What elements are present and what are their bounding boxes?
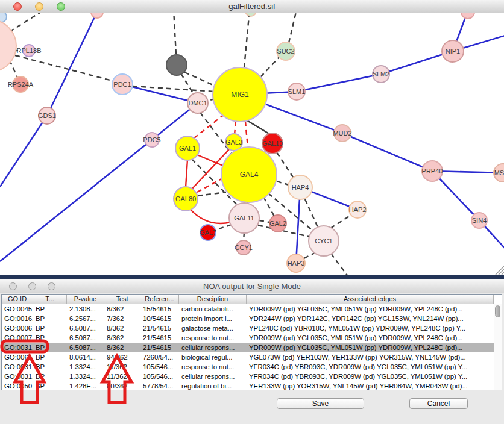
node-label-MSL1: MSL1	[494, 169, 504, 176]
cancel-button[interactable]: Cancel	[409, 398, 468, 409]
column-header-associated_edges[interactable]: Associated edges	[247, 295, 494, 304]
cell-associated_edges: YDR009W (pd) YGL035C, YML051W (pp) YDR00…	[247, 343, 494, 352]
column-header-go_id[interactable]: GO ID	[2, 295, 33, 304]
network-window: galFiltered.sif RPL18BRPS24AGDS1PDC1MIG1…	[0, 0, 504, 276]
edge-GAL4-GAL2[interactable]	[263, 197, 274, 216]
cell-namespace: BP	[33, 372, 67, 381]
network-canvas[interactable]: RPL18BRPS24AGDS1PDC1MIG1DMC1SUC2SLM1SLM2…	[0, 13, 504, 276]
edge-GAL80-GAL4[interactable]	[197, 178, 222, 192]
column-header-reference[interactable]: Referen...	[140, 295, 179, 304]
table-row-4[interactable]: GO:0007...BP6.5087...8/36221/54615respon…	[2, 333, 494, 343]
cell-description: protein import i...	[179, 314, 247, 323]
edge-MIG1-GAL10[interactable]	[246, 120, 270, 134]
table-row-7[interactable]: GO:0031...BP1.3324...11/362105/546...res…	[2, 362, 494, 372]
table-row-3[interactable]: GO:0006...BP6.5087...8/36221/54615galact…	[2, 323, 494, 333]
scrollbar-thumb[interactable]	[495, 305, 500, 317]
cell-test: 8/362	[104, 343, 140, 352]
edge-GAL80-GAL11[interactable]	[190, 209, 231, 223]
cell-reference: 10/54615	[140, 314, 179, 323]
node-top-pink-right[interactable]	[461, 13, 474, 19]
cell-test: 94/362	[104, 352, 140, 362]
edge-CYC1-bottom[interactable]	[331, 254, 349, 276]
edge-PDC1-MIG1[interactable]	[133, 86, 215, 92]
node-gray-node[interactable]	[166, 55, 187, 75]
node-top-pink-left[interactable]	[91, 13, 103, 18]
save-button[interactable]: Save	[277, 398, 364, 409]
cell-p_value: 1.428E...	[67, 381, 104, 390]
edge-SUC2-top[interactable]	[289, 13, 297, 43]
node-top-green[interactable]	[245, 13, 256, 16]
edge-GAL80-GAL4[interactable]	[198, 192, 226, 196]
cell-p_value: 8.0614...	[67, 352, 104, 362]
network-titlebar: galFiltered.sif	[0, 0, 504, 13]
cell-test: 8/362	[104, 304, 140, 314]
table-row-5-selected[interactable]: GO:0031...BP6.5087...8/36221/54615cellul…	[2, 343, 494, 352]
edge-pink-RPS24A[interactable]	[10, 60, 17, 78]
cell-p_value: 1.3324...	[67, 372, 104, 381]
node-label-GAL7: GAL7	[200, 229, 216, 236]
cell-p_value: 6.5087...	[67, 333, 104, 343]
edge-CYC1-HAP3[interactable]	[304, 252, 316, 258]
cell-description: regulation of bi...	[179, 381, 247, 390]
table-row-2[interactable]: GO:0016...BP6.2567...7/36210/54615protei…	[2, 314, 494, 323]
column-header-namespace[interactable]: T...	[33, 295, 67, 304]
table-row-6[interactable]: GO:0065...BP8.0614...94/3627260/54...bio…	[2, 352, 494, 362]
cell-reference: 21/54615	[140, 343, 179, 352]
cell-namespace: BP	[33, 314, 67, 323]
cell-description: cellular respons...	[179, 343, 247, 352]
edge-GAL1-GAL4[interactable]	[197, 155, 224, 166]
edge-GAL11-GAL2[interactable]	[259, 220, 269, 222]
edge-gray-top[interactable]	[174, 13, 176, 54]
edge-HAP4-CYC1[interactable]	[305, 199, 318, 227]
table-row-1[interactable]: GO:0045...BP2.1308...8/36215/54615carbon…	[2, 304, 494, 314]
column-header-description[interactable]: Desciption	[179, 295, 247, 304]
node-label-GAL2: GAL2	[269, 220, 286, 227]
node-label-PRP40: PRP40	[422, 167, 443, 175]
node-label-GCY1: GCY1	[235, 244, 253, 251]
edge-GAL11-GCY1[interactable]	[244, 232, 244, 241]
node-label-GAL11: GAL11	[234, 214, 254, 222]
edge-MIG1-top[interactable]	[244, 13, 250, 67]
cell-associated_edges: YFR034C (pd) YBR093C, YDR009W (pd) YGL03…	[247, 362, 494, 372]
edge-GAL1-GAL80[interactable]	[186, 160, 187, 187]
edge-MIG1-GAL4[interactable]	[245, 122, 248, 148]
node-corner-blue[interactable]	[0, 13, 7, 22]
edge-MUD2-PRP40[interactable]	[342, 133, 432, 171]
edge-gray-MIG1[interactable]	[184, 72, 217, 87]
edge-GDS1-left[interactable]	[0, 116, 47, 187]
resize-grip-icon[interactable]	[499, 269, 504, 275]
edge-PDC1-DMC1[interactable]	[122, 84, 198, 103]
table-row-9[interactable]: GO:0050...BP1.428E...80/3625778/54...reg…	[2, 381, 494, 390]
edge-MIG1-GAL3[interactable]	[235, 122, 236, 134]
edge-SLM1-SLM2[interactable]	[297, 74, 381, 92]
edge-top-pink-GDS1[interactable]	[47, 13, 97, 116]
node-large-pink[interactable]	[0, 20, 16, 72]
node-label-MUD2: MUD2	[333, 129, 351, 137]
resize-grip-icon[interactable]	[502, 272, 504, 275]
cell-p_value: 6.5087...	[67, 343, 104, 352]
edge-MIG1-SUC2[interactable]	[260, 57, 279, 77]
edge-MIG1-GAL1[interactable]	[194, 114, 224, 138]
noa-table-body: GO:0045...BP2.1308...8/36215/54615carbon…	[2, 304, 494, 390]
edge-gray-DMC1[interactable]	[181, 73, 194, 94]
table-row-8[interactable]: GO:0031...BP1.3324...11/362105/546...cel…	[2, 372, 494, 381]
cell-reference: 105/546...	[140, 372, 179, 381]
edge-DMC1-PDC5-left[interactable]	[0, 103, 198, 261]
cell-namespace: BP	[33, 333, 67, 343]
edge-CYC1-HAP2[interactable]	[330, 214, 352, 228]
column-header-p_value[interactable]: P-value	[67, 295, 104, 304]
edge-GAL11-GAL7[interactable]	[215, 225, 232, 230]
column-header-test[interactable]: Test	[104, 295, 140, 304]
cell-associated_edges: YPL248C (pd) YBR018C, YML051W (pp) YDR00…	[247, 323, 494, 333]
vertical-scrollbar[interactable]	[494, 304, 502, 390]
edge-GAL4-HAP4[interactable]	[277, 181, 289, 185]
cell-test: 8/362	[104, 323, 140, 333]
node-label-HAP3: HAP3	[288, 260, 305, 267]
node-label-SUC2: SUC2	[277, 48, 294, 55]
edge-GAL10-HAP4[interactable]	[277, 152, 294, 179]
cell-namespace: BP	[33, 304, 67, 314]
node-label-SLM2: SLM2	[373, 70, 390, 78]
node-label-CYC1: CYC1	[315, 237, 332, 245]
network-window-title: galFiltered.sif	[0, 2, 504, 11]
cell-test: 11/362	[104, 372, 140, 381]
